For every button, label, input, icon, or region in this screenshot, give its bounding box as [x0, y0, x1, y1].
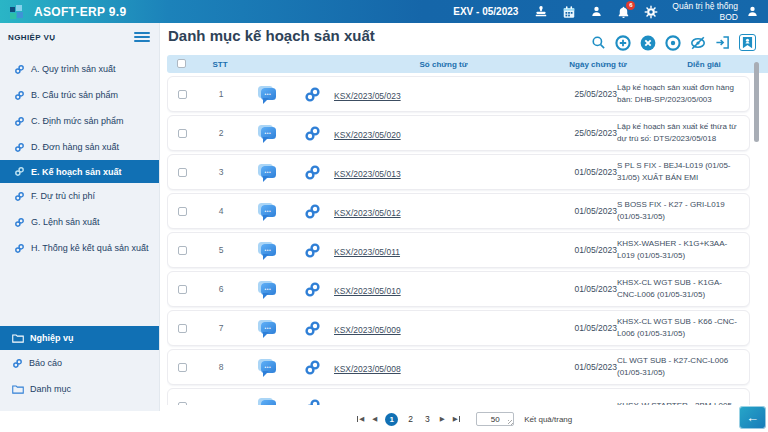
- row-checkbox[interactable]: [178, 285, 187, 294]
- sidebar-item-danh-muc[interactable]: Danh mục: [0, 376, 159, 402]
- row-checkbox[interactable]: [178, 246, 187, 255]
- doc-number-link[interactable]: KSX/2023/05/010: [334, 286, 401, 296]
- sidebar-item-nghiep-vu[interactable]: Nghiệp vụ: [0, 326, 159, 350]
- sidebar-item-cau-truc[interactable]: B. Cấu trúc sản phẩm: [0, 82, 159, 108]
- link-icon[interactable]: [290, 320, 334, 337]
- gear-icon[interactable]: [644, 5, 658, 19]
- sidebar-item-thong-ke[interactable]: H. Thống kê kết quả sản xuất: [0, 235, 159, 261]
- page-button-3[interactable]: 3: [423, 414, 432, 424]
- doc-number-link[interactable]: KSX/2023/05/013: [334, 169, 401, 179]
- link-icon[interactable]: [290, 242, 334, 259]
- row-checkbox[interactable]: [178, 207, 187, 216]
- user-badge-icon[interactable]: [739, 34, 756, 51]
- comment-icon[interactable]: •••: [261, 205, 276, 217]
- link-icon[interactable]: [290, 125, 334, 142]
- comment-icon[interactable]: •••: [261, 322, 276, 334]
- doc-number-link[interactable]: KSX/2023/05/012: [334, 208, 401, 218]
- export-icon[interactable]: [715, 35, 730, 50]
- row-checkbox[interactable]: [178, 90, 187, 99]
- row-description: Lập kế hoạch sản xuất kế thừa từ dự trù …: [617, 121, 741, 144]
- row-description: KHSX-WASHER - K1G+K3AA-L019 (01/05-31/05…: [617, 238, 741, 261]
- sidebar-item-don-hang[interactable]: D. Đơn hàng sản xuất: [0, 134, 159, 160]
- sidebar-item-quy-trinh[interactable]: A. Quy trình sản xuất: [0, 56, 159, 82]
- table-row[interactable]: 6 ••• KSX/2023/05/010 01/05/2023 KHSX-CL…: [167, 271, 750, 307]
- row-stt: 1: [196, 89, 246, 99]
- header-doc-date[interactable]: Ngày chứng từ: [554, 60, 642, 69]
- select-all-checkbox[interactable]: [177, 59, 186, 68]
- row-checkbox[interactable]: [178, 129, 187, 138]
- link-icon[interactable]: [290, 86, 334, 103]
- comment-icon[interactable]: •••: [261, 166, 276, 178]
- next-page-button[interactable]: ▶: [440, 416, 445, 423]
- search-icon[interactable]: [591, 35, 606, 50]
- table-row[interactable]: 2 ••• KSX/2023/05/020 25/05/2023 Lập kế …: [167, 115, 750, 151]
- header-description[interactable]: Diễn giải: [642, 60, 766, 69]
- link-icon[interactable]: [290, 164, 334, 181]
- doc-number-link[interactable]: KSX/2023/05/009: [334, 325, 401, 335]
- table-row[interactable]: 7 ••• KSX/2023/05/009 01/05/2023 KHSX-CL…: [167, 310, 750, 346]
- sidebar-bottom-menu: Nghiệp vụ Báo cáo Danh mục: [0, 326, 159, 402]
- row-description: KHSX-CL WGT SUB - K1GA-CNC-L006 (01/05-3…: [617, 277, 741, 300]
- row-description: CL WGT SUB - K27-CNC-L006 (01/05-31/05): [617, 355, 741, 378]
- sidebar-item-lenh-sx[interactable]: G. Lệnh sản xuất: [0, 209, 159, 235]
- comment-icon[interactable]: •••: [261, 283, 276, 295]
- sidebar-item-dinh-muc[interactable]: C. Định mức sản phẩm: [0, 108, 159, 134]
- table-row[interactable]: 3 ••• KSX/2023/05/013 01/05/2023 S PL S …: [167, 154, 750, 190]
- record-icon[interactable]: [665, 35, 681, 51]
- doc-number-link[interactable]: KSX/2023/05/023: [334, 91, 401, 101]
- first-page-button[interactable]: ◀: [357, 416, 365, 423]
- row-description: S PL S FIX - BEJ4-L019 (01/05-31/05) XUẤ…: [617, 160, 741, 183]
- link-icon[interactable]: [290, 359, 334, 376]
- menu-toggle-icon[interactable]: [134, 30, 150, 44]
- back-button[interactable]: ←: [739, 406, 766, 429]
- link-icon: [14, 64, 25, 75]
- pagination: ◀ ◀ 1 2 3 ▶ ▶ Kết quả/trang: [161, 405, 768, 432]
- header-stt[interactable]: STT: [195, 60, 245, 69]
- user-icon[interactable]: [590, 5, 603, 18]
- calendar-icon[interactable]: [562, 5, 576, 19]
- close-icon[interactable]: [640, 35, 656, 51]
- page-button-1[interactable]: 1: [385, 413, 398, 426]
- row-stt: 4: [196, 206, 246, 216]
- doc-number-link[interactable]: KSX/2023/05/008: [334, 364, 401, 374]
- last-page-button[interactable]: ▶: [453, 416, 461, 423]
- row-checkbox[interactable]: [178, 324, 187, 333]
- table-row[interactable]: 5 ••• KSX/2023/05/011 01/05/2023 KHSX-WA…: [167, 232, 750, 268]
- comment-icon[interactable]: •••: [261, 244, 276, 256]
- user-block[interactable]: Quản trị hệ thống BOD: [672, 1, 738, 22]
- row-description: S BOSS FIX - K27 - GRI-L019 (01/05-31/05…: [617, 199, 741, 222]
- doc-number-link[interactable]: KSX/2023/05/020: [334, 130, 401, 140]
- comment-icon[interactable]: •••: [261, 361, 276, 373]
- prev-page-button[interactable]: ◀: [372, 416, 377, 423]
- bell-icon[interactable]: 6: [617, 5, 630, 19]
- sidebar-item-du-tru[interactable]: F. Dự trù chi phí: [0, 183, 159, 209]
- page-button-2[interactable]: 2: [406, 414, 415, 424]
- row-stt: 7: [196, 323, 246, 333]
- period-label[interactable]: EXV - 05/2023: [453, 6, 518, 17]
- header-doc-no[interactable]: Số chứng từ: [333, 60, 554, 69]
- row-checkbox[interactable]: [178, 363, 187, 372]
- stamp-icon[interactable]: [534, 5, 548, 19]
- sidebar-item-ke-hoach[interactable]: E. Kế hoạch sản xuất: [0, 160, 159, 183]
- table-scrollbar[interactable]: [754, 62, 759, 142]
- table-body: 1 ••• KSX/2023/05/023 25/05/2023 Lập kế …: [167, 76, 750, 432]
- resize-handle-icon[interactable]: [508, 420, 513, 425]
- table-row[interactable]: 1 ••• KSX/2023/05/023 25/05/2023 Lập kế …: [167, 76, 750, 112]
- link-icon[interactable]: [290, 203, 334, 220]
- hide-icon[interactable]: [690, 35, 706, 51]
- doc-number-link[interactable]: KSX/2023/05/011: [334, 247, 400, 257]
- sidebar-item-bao-cao[interactable]: Báo cáo: [0, 350, 159, 376]
- left-arrow-icon: ←: [746, 411, 759, 424]
- comment-icon[interactable]: •••: [261, 88, 276, 100]
- table-row[interactable]: 4 ••• KSX/2023/05/012 01/05/2023 S BOSS …: [167, 193, 750, 229]
- comment-icon[interactable]: •••: [261, 127, 276, 139]
- row-stt: 3: [196, 167, 246, 177]
- add-icon[interactable]: [615, 35, 631, 51]
- row-checkbox[interactable]: [178, 168, 187, 177]
- table-header: STT Số chứng từ Ngày chứng từ Diễn giải: [167, 55, 768, 73]
- row-description: KHSX-CL WGT SUB - K66 -CNC-L006 (01/05-3…: [617, 316, 741, 339]
- table-row[interactable]: 8 ••• KSX/2023/05/008 01/05/2023 CL WGT …: [167, 349, 750, 385]
- link-icon[interactable]: [290, 281, 334, 298]
- profile-icon[interactable]: [746, 5, 759, 18]
- topbar: ASOFT-ERP 9.9 EXV - 05/2023 6 Quản trị h…: [0, 0, 768, 23]
